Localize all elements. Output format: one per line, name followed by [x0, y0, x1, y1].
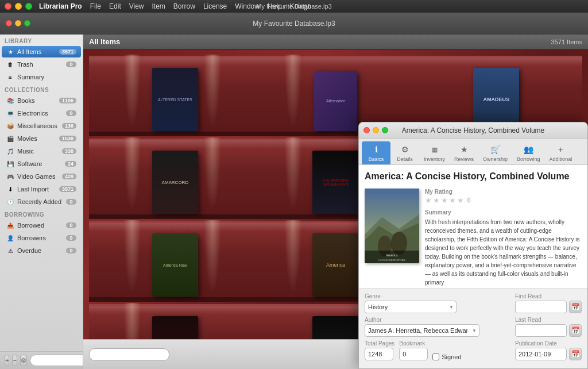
menu-view[interactable]: View — [126, 2, 148, 10]
maximize-button[interactable] — [25, 3, 32, 10]
detail-tabs: ℹ Basics ⚙ Details ▦ Inventory ★ Reviews… — [359, 139, 587, 165]
author-select[interactable]: James A. Henretta, Rebecca Edwards, Robe… — [365, 324, 479, 337]
tab-borrowing[interactable]: 👥 Borrowing — [512, 141, 545, 164]
sidebar-item-miscellaneous[interactable]: 📦 Miscellaneous 136 — [2, 120, 81, 132]
tab-additional[interactable]: + Additional — [545, 141, 577, 164]
genre-label: Genre — [365, 293, 457, 299]
app-titlebar: My Favourite Database.lp3 — [0, 13, 588, 34]
book-cover-amarcord[interactable]: AMARCORD — [152, 151, 198, 214]
sidebar-item-summary[interactable]: ≡ Summary — [2, 71, 81, 83]
sidebar-item-movies[interactable]: 🎬 Movies 1538 — [2, 133, 81, 144]
main-header: All Items 3571 Items — [83, 34, 588, 50]
sidebar-item-books[interactable]: 📚 Books 1106 — [2, 95, 81, 106]
sidebar-item-borrowed[interactable]: 📤 Borrowed 0 — [2, 220, 81, 231]
publication-date-input[interactable] — [515, 348, 567, 360]
trash-icon: 🗑 — [6, 60, 14, 68]
star-3[interactable]: ★ — [441, 196, 448, 205]
book-cover-alternative[interactable]: Alternative — [314, 71, 357, 131]
book-slot-1[interactable]: ALTERED STATES — [98, 62, 253, 131]
book-slot-3[interactable]: AMADEUS — [419, 62, 574, 131]
signed-checkbox[interactable] — [432, 353, 439, 360]
sidebar-item-recently-added[interactable]: 🕐 Recently Added 0 — [2, 196, 81, 207]
sidebar-add-button[interactable]: + — [5, 355, 9, 366]
menu-license[interactable]: License — [200, 2, 230, 10]
toolbar-search-input[interactable] — [89, 348, 169, 361]
star-5[interactable]: ★ — [457, 196, 464, 205]
detail-body: America: A Concise History, Combined Vol… — [359, 165, 587, 288]
sidebar-delete-button[interactable]: − — [12, 355, 17, 366]
menu-borrow[interactable]: Borrow — [170, 2, 199, 10]
sidebar-item-electronics[interactable]: 💻 Electronics 0 — [2, 107, 81, 119]
menu-edit[interactable]: Edit — [106, 2, 125, 10]
total-pages-field: Total Pages — [365, 340, 394, 360]
app-maximize-button[interactable] — [24, 20, 30, 26]
last-import-icon: ⬇ — [6, 185, 14, 193]
signed-label: Signed — [442, 353, 461, 360]
menu-file[interactable]: File — [87, 2, 105, 10]
book-cover-american-gangster[interactable]: AMERICANGANGSTER — [312, 316, 358, 339]
star-4[interactable]: ★ — [449, 196, 456, 205]
genre-select[interactable]: History — [365, 301, 457, 313]
last-read-input[interactable] — [515, 324, 567, 337]
detail-info: My Rating ★ ★ ★ ★ ★ 0 Summary With fresh… — [425, 189, 582, 288]
book-cover-altered-states[interactable]: ALTERED STATES — [152, 68, 198, 131]
bookmark-field: Bookmark — [399, 340, 428, 360]
book-cover-spider-man[interactable]: THE AMAZINGSPIDER-MAN — [312, 151, 358, 214]
electronics-icon: 💻 — [6, 109, 14, 117]
detail-close-button[interactable] — [363, 127, 370, 133]
last-read-calendar-icon[interactable]: 📅 — [569, 324, 582, 337]
star-1[interactable]: ★ — [425, 196, 432, 205]
book-cover-america[interactable]: America — [312, 233, 358, 297]
sidebar-item-music[interactable]: 🎵 Music 338 — [2, 145, 81, 157]
first-read-calendar-icon[interactable]: 📅 — [569, 301, 582, 313]
borrowers-icon: 👤 — [6, 234, 14, 242]
summary-label: Summary — [425, 209, 582, 216]
star-2[interactable]: ★ — [433, 196, 440, 205]
app-close-button[interactable] — [6, 20, 12, 26]
sidebar-badge-trash: 0 — [66, 62, 76, 67]
sidebar-item-borrowers[interactable]: 👤 Borrowers 0 — [2, 232, 81, 244]
book-slot-4[interactable]: AMARCORD — [98, 145, 253, 214]
sidebar-item-video-games[interactable]: 🎮 Video Games 429 — [2, 171, 81, 182]
basics-icon: ℹ — [370, 144, 382, 155]
sidebar-settings-button[interactable]: ⚙ — [20, 355, 27, 366]
sidebar-label-overdue: Overdue — [17, 247, 63, 254]
music-icon: 🎵 — [6, 147, 14, 155]
sidebar-search-input[interactable] — [30, 355, 83, 366]
total-pages-input[interactable] — [365, 348, 393, 360]
close-button[interactable] — [5, 3, 11, 10]
sidebar-item-all-items[interactable]: ★ All Items 3571 — [2, 46, 81, 57]
book-slot-10[interactable]: AMERICANBEAUTY — [98, 310, 253, 339]
menu-app-name[interactable]: Librarian Pro — [36, 2, 86, 10]
book-slot-7[interactable]: America Now — [98, 228, 253, 297]
detail-maximize-button[interactable] — [382, 127, 388, 133]
detail-panel-title: America: A Concise History, Combined Vol… — [402, 126, 545, 134]
bookmark-input[interactable] — [399, 348, 428, 360]
sidebar-badge-recently-added: 0 — [66, 199, 76, 205]
sidebar-item-last-import[interactable]: ⬇ Last Import 3571 — [2, 183, 81, 195]
book-slot-2[interactable]: Alternative — [258, 62, 413, 131]
sidebar-item-trash[interactable]: 🗑 Trash 0 — [2, 59, 81, 70]
tab-ownership[interactable]: 🛒 Ownership — [478, 141, 512, 164]
sidebar-item-software[interactable]: 💾 Software 24 — [2, 158, 81, 170]
minimize-button[interactable] — [15, 3, 22, 10]
tab-basics[interactable]: ℹ Basics — [362, 141, 390, 164]
tab-inventory[interactable]: ▦ Inventory — [419, 141, 450, 164]
last-read-field: Last Read 📅 — [515, 317, 582, 337]
author-label: Author — [365, 317, 479, 323]
sidebar-library-label: LIBRARY — [0, 34, 83, 45]
book-cover-america-now[interactable]: America Now — [152, 233, 198, 297]
first-read-input[interactable] — [515, 301, 567, 313]
tab-reviews[interactable]: ★ Reviews — [450, 141, 478, 164]
publication-date-calendar-icon[interactable]: 📅 — [569, 348, 582, 360]
menu-item[interactable]: Item — [149, 2, 169, 10]
stars-container[interactable]: ★ ★ ★ ★ ★ 0 — [425, 196, 582, 205]
publication-date-field: Publication Date 📅 — [515, 340, 582, 360]
app-minimize-button[interactable] — [15, 20, 21, 26]
tab-details[interactable]: ⚙ Details — [390, 141, 419, 164]
sidebar-bottom-bar: + − ⚙ — [0, 351, 83, 369]
book-cover-american-beauty[interactable]: AMERICANBEAUTY — [152, 316, 198, 339]
sidebar-item-overdue[interactable]: ⚠ Overdue 0 — [2, 245, 81, 256]
sidebar-label-borrowers: Borrowers — [17, 235, 63, 241]
detail-minimize-button[interactable] — [373, 127, 379, 133]
